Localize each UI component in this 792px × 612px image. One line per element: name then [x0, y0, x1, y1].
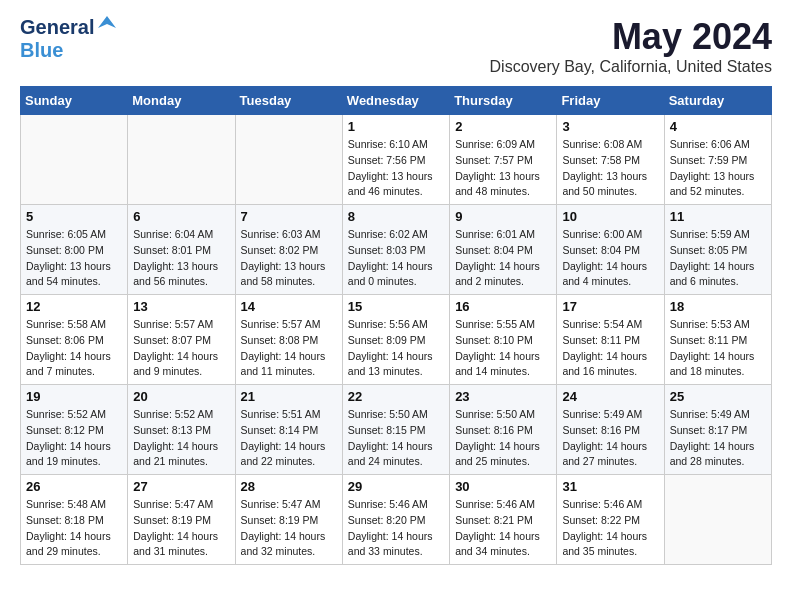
title-area: May 2024 Discovery Bay, California, Unit… — [490, 16, 772, 76]
day-info: Sunrise: 5:55 AMSunset: 8:10 PMDaylight:… — [455, 317, 551, 380]
weekday-header-monday: Monday — [128, 87, 235, 115]
day-number: 19 — [26, 389, 122, 404]
day-info: Sunrise: 6:03 AMSunset: 8:02 PMDaylight:… — [241, 227, 337, 290]
day-number: 23 — [455, 389, 551, 404]
weekday-header-friday: Friday — [557, 87, 664, 115]
day-number: 22 — [348, 389, 444, 404]
day-number: 24 — [562, 389, 658, 404]
calendar-table: SundayMondayTuesdayWednesdayThursdayFrid… — [20, 86, 772, 565]
calendar-cell: 18Sunrise: 5:53 AMSunset: 8:11 PMDayligh… — [664, 295, 771, 385]
weekday-header-saturday: Saturday — [664, 87, 771, 115]
day-info: Sunrise: 6:09 AMSunset: 7:57 PMDaylight:… — [455, 137, 551, 200]
day-info: Sunrise: 5:49 AMSunset: 8:17 PMDaylight:… — [670, 407, 766, 470]
day-number: 3 — [562, 119, 658, 134]
logo-blue: Blue — [20, 39, 63, 61]
weekday-header-row: SundayMondayTuesdayWednesdayThursdayFrid… — [21, 87, 772, 115]
day-info: Sunrise: 5:54 AMSunset: 8:11 PMDaylight:… — [562, 317, 658, 380]
day-number: 1 — [348, 119, 444, 134]
week-row-1: 1Sunrise: 6:10 AMSunset: 7:56 PMDaylight… — [21, 115, 772, 205]
day-number: 14 — [241, 299, 337, 314]
calendar-cell: 26Sunrise: 5:48 AMSunset: 8:18 PMDayligh… — [21, 475, 128, 565]
day-number: 11 — [670, 209, 766, 224]
day-number: 18 — [670, 299, 766, 314]
week-row-5: 26Sunrise: 5:48 AMSunset: 8:18 PMDayligh… — [21, 475, 772, 565]
calendar-cell: 5Sunrise: 6:05 AMSunset: 8:00 PMDaylight… — [21, 205, 128, 295]
day-number: 6 — [133, 209, 229, 224]
day-number: 17 — [562, 299, 658, 314]
day-number: 16 — [455, 299, 551, 314]
day-number: 8 — [348, 209, 444, 224]
calendar-cell: 17Sunrise: 5:54 AMSunset: 8:11 PMDayligh… — [557, 295, 664, 385]
day-info: Sunrise: 6:10 AMSunset: 7:56 PMDaylight:… — [348, 137, 444, 200]
month-title: May 2024 — [490, 16, 772, 58]
day-info: Sunrise: 5:51 AMSunset: 8:14 PMDaylight:… — [241, 407, 337, 470]
calendar-cell: 27Sunrise: 5:47 AMSunset: 8:19 PMDayligh… — [128, 475, 235, 565]
day-number: 28 — [241, 479, 337, 494]
day-info: Sunrise: 5:47 AMSunset: 8:19 PMDaylight:… — [241, 497, 337, 560]
header: General Blue May 2024 Discovery Bay, Cal… — [20, 16, 772, 76]
day-number: 2 — [455, 119, 551, 134]
calendar-cell: 4Sunrise: 6:06 AMSunset: 7:59 PMDaylight… — [664, 115, 771, 205]
day-info: Sunrise: 6:06 AMSunset: 7:59 PMDaylight:… — [670, 137, 766, 200]
day-info: Sunrise: 6:02 AMSunset: 8:03 PMDaylight:… — [348, 227, 444, 290]
calendar-cell: 20Sunrise: 5:52 AMSunset: 8:13 PMDayligh… — [128, 385, 235, 475]
calendar-cell: 25Sunrise: 5:49 AMSunset: 8:17 PMDayligh… — [664, 385, 771, 475]
location-title: Discovery Bay, California, United States — [490, 58, 772, 76]
day-number: 13 — [133, 299, 229, 314]
logo: General Blue — [20, 16, 118, 62]
day-info: Sunrise: 5:46 AMSunset: 8:20 PMDaylight:… — [348, 497, 444, 560]
day-info: Sunrise: 5:48 AMSunset: 8:18 PMDaylight:… — [26, 497, 122, 560]
day-number: 21 — [241, 389, 337, 404]
day-info: Sunrise: 5:47 AMSunset: 8:19 PMDaylight:… — [133, 497, 229, 560]
day-info: Sunrise: 5:52 AMSunset: 8:12 PMDaylight:… — [26, 407, 122, 470]
calendar-cell: 7Sunrise: 6:03 AMSunset: 8:02 PMDaylight… — [235, 205, 342, 295]
calendar-cell: 16Sunrise: 5:55 AMSunset: 8:10 PMDayligh… — [450, 295, 557, 385]
calendar-cell — [128, 115, 235, 205]
calendar-cell: 12Sunrise: 5:58 AMSunset: 8:06 PMDayligh… — [21, 295, 128, 385]
day-info: Sunrise: 5:50 AMSunset: 8:16 PMDaylight:… — [455, 407, 551, 470]
weekday-header-thursday: Thursday — [450, 87, 557, 115]
weekday-header-tuesday: Tuesday — [235, 87, 342, 115]
calendar-body: 1Sunrise: 6:10 AMSunset: 7:56 PMDaylight… — [21, 115, 772, 565]
calendar-cell: 31Sunrise: 5:46 AMSunset: 8:22 PMDayligh… — [557, 475, 664, 565]
day-info: Sunrise: 6:08 AMSunset: 7:58 PMDaylight:… — [562, 137, 658, 200]
logo-bird-icon — [96, 14, 118, 36]
week-row-4: 19Sunrise: 5:52 AMSunset: 8:12 PMDayligh… — [21, 385, 772, 475]
calendar-cell: 11Sunrise: 5:59 AMSunset: 8:05 PMDayligh… — [664, 205, 771, 295]
calendar-cell: 2Sunrise: 6:09 AMSunset: 7:57 PMDaylight… — [450, 115, 557, 205]
day-info: Sunrise: 5:57 AMSunset: 8:08 PMDaylight:… — [241, 317, 337, 380]
day-number: 20 — [133, 389, 229, 404]
day-number: 7 — [241, 209, 337, 224]
day-info: Sunrise: 6:05 AMSunset: 8:00 PMDaylight:… — [26, 227, 122, 290]
calendar-cell — [235, 115, 342, 205]
day-number: 25 — [670, 389, 766, 404]
day-info: Sunrise: 5:58 AMSunset: 8:06 PMDaylight:… — [26, 317, 122, 380]
calendar-cell: 23Sunrise: 5:50 AMSunset: 8:16 PMDayligh… — [450, 385, 557, 475]
week-row-3: 12Sunrise: 5:58 AMSunset: 8:06 PMDayligh… — [21, 295, 772, 385]
day-info: Sunrise: 5:59 AMSunset: 8:05 PMDaylight:… — [670, 227, 766, 290]
calendar-cell: 30Sunrise: 5:46 AMSunset: 8:21 PMDayligh… — [450, 475, 557, 565]
day-number: 9 — [455, 209, 551, 224]
day-number: 4 — [670, 119, 766, 134]
day-number: 30 — [455, 479, 551, 494]
calendar-cell: 14Sunrise: 5:57 AMSunset: 8:08 PMDayligh… — [235, 295, 342, 385]
day-info: Sunrise: 6:00 AMSunset: 8:04 PMDaylight:… — [562, 227, 658, 290]
day-info: Sunrise: 5:57 AMSunset: 8:07 PMDaylight:… — [133, 317, 229, 380]
day-info: Sunrise: 5:50 AMSunset: 8:15 PMDaylight:… — [348, 407, 444, 470]
day-info: Sunrise: 6:01 AMSunset: 8:04 PMDaylight:… — [455, 227, 551, 290]
calendar-cell: 24Sunrise: 5:49 AMSunset: 8:16 PMDayligh… — [557, 385, 664, 475]
day-number: 5 — [26, 209, 122, 224]
calendar-cell: 10Sunrise: 6:00 AMSunset: 8:04 PMDayligh… — [557, 205, 664, 295]
calendar-cell: 3Sunrise: 6:08 AMSunset: 7:58 PMDaylight… — [557, 115, 664, 205]
calendar-cell: 6Sunrise: 6:04 AMSunset: 8:01 PMDaylight… — [128, 205, 235, 295]
week-row-2: 5Sunrise: 6:05 AMSunset: 8:00 PMDaylight… — [21, 205, 772, 295]
day-number: 15 — [348, 299, 444, 314]
calendar-cell: 19Sunrise: 5:52 AMSunset: 8:12 PMDayligh… — [21, 385, 128, 475]
day-number: 12 — [26, 299, 122, 314]
calendar-cell: 29Sunrise: 5:46 AMSunset: 8:20 PMDayligh… — [342, 475, 449, 565]
day-number: 29 — [348, 479, 444, 494]
calendar-cell: 21Sunrise: 5:51 AMSunset: 8:14 PMDayligh… — [235, 385, 342, 475]
calendar-cell: 15Sunrise: 5:56 AMSunset: 8:09 PMDayligh… — [342, 295, 449, 385]
day-info: Sunrise: 5:49 AMSunset: 8:16 PMDaylight:… — [562, 407, 658, 470]
weekday-header-sunday: Sunday — [21, 87, 128, 115]
